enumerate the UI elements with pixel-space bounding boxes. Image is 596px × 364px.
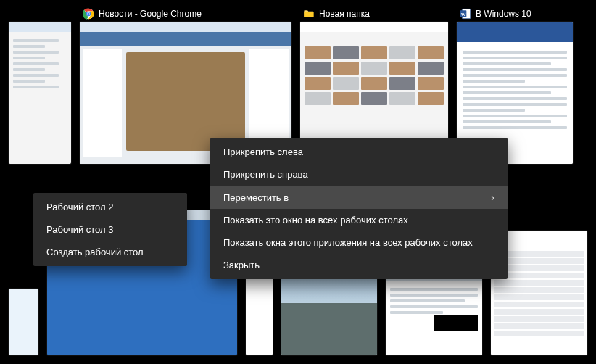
menu-item-label: Рабочий стол 3: [46, 224, 113, 235]
window-title-label: В Windows 10: [476, 9, 531, 19]
menu-item-label: Прикрепить справа: [223, 169, 308, 180]
window-title-bar: Новости - Google Chrome: [80, 7, 291, 22]
menu-item-label: Переместить в: [223, 192, 289, 203]
window-thumbnail[interactable]: [9, 289, 38, 355]
menu-item-label: Рабочий стол 2: [46, 202, 113, 212]
menu-item-label: Создать рабочий стол: [46, 247, 144, 257]
window-title-label: Новая папка: [319, 9, 370, 19]
chrome-icon: [83, 8, 94, 20]
window-title-bar: W В Windows 10: [457, 7, 573, 22]
submenu-item-desktop-3[interactable]: Рабочий стол 3: [33, 218, 187, 241]
window-context-menu: Прикрепить слева Прикрепить справа Перем…: [210, 138, 508, 279]
window-title-bar: Новая папка: [300, 7, 448, 22]
menu-item-show-app-all-desktops[interactable]: Показать окна этого приложения на всех р…: [210, 231, 508, 254]
window-title-label: Новости - Google Chrome: [99, 9, 202, 19]
menu-item-snap-left[interactable]: Прикрепить слева: [210, 141, 508, 163]
chevron-right-icon: ›: [491, 191, 494, 203]
folder-icon: [303, 8, 315, 20]
menu-item-close[interactable]: Закрыть: [210, 254, 508, 276]
menu-item-label: Показать это окно на всех рабочих столах: [223, 215, 408, 226]
submenu-item-desktop-2[interactable]: Рабочий стол 2: [33, 196, 187, 218]
menu-item-show-window-all-desktops[interactable]: Показать это окно на всех рабочих столах: [210, 209, 508, 231]
thumbnail-preview: [9, 22, 71, 164]
word-icon: W: [460, 8, 471, 20]
task-view: Новости - Google Chrome Новая папка: [0, 0, 596, 364]
svg-point-4: [87, 12, 89, 15]
menu-item-label: Прикрепить слева: [223, 146, 303, 157]
submenu-item-new-desktop[interactable]: Создать рабочий стол: [33, 241, 187, 263]
menu-item-label: Закрыть: [223, 260, 260, 270]
svg-text:W: W: [461, 12, 466, 17]
window-thumbnail-unlabeled[interactable]: [9, 7, 71, 164]
menu-item-snap-right[interactable]: Прикрепить справа: [210, 163, 508, 186]
move-to-submenu: Рабочий стол 2 Рабочий стол 3 Создать ра…: [33, 193, 187, 266]
menu-item-move-to[interactable]: Переместить в ›: [210, 186, 508, 209]
menu-item-label: Показать окна этого приложения на всех р…: [223, 237, 473, 248]
